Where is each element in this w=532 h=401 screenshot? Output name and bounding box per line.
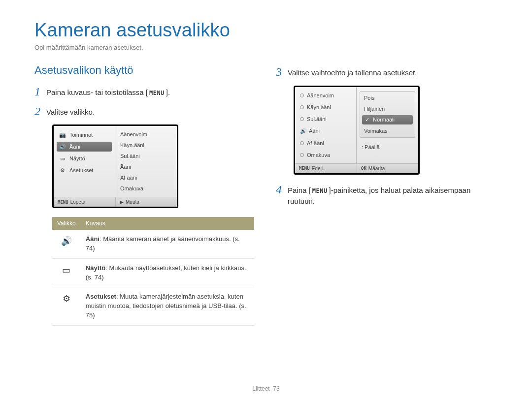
camera-screen-options: Äänenvoim Käyn.ääni Sul.ääni 🔊Ääni Af-ää… xyxy=(294,86,420,175)
step-1-text: Paina kuvaus- tai toistotilassa [MENU]. xyxy=(46,86,256,98)
display-icon: ▭ xyxy=(59,155,66,162)
option-item: Sul.ääni xyxy=(298,115,353,123)
menu-label: MENU xyxy=(148,88,166,98)
option-item: 🔊Ääni xyxy=(298,126,353,136)
footer-exit: MENU Lopeta xyxy=(54,197,115,207)
footer-set: OK Määritä xyxy=(357,164,418,173)
page-title: Kameran asetusvalikko xyxy=(34,20,498,41)
play-icon: ▶ xyxy=(120,199,124,205)
submenu-item: Af ääni xyxy=(118,173,174,182)
value-item: Hiljainen xyxy=(362,104,413,113)
menu-item-aani: 🔊 Ääni xyxy=(57,142,112,152)
page-footer: Liitteet 73 xyxy=(0,385,532,392)
step-2-text: Valitse valikko. xyxy=(46,105,256,118)
value-item: Pois xyxy=(362,93,413,102)
page-subtitle: Opi määrittämään kameran asetukset. xyxy=(34,44,498,51)
submenu-item: Sul.ääni xyxy=(118,152,174,160)
step-4-text: Paina [MENU]-painiketta, jos haluat pala… xyxy=(288,184,498,207)
submenu-item: Käyn.ääni xyxy=(118,141,174,150)
step-number-2: 2 xyxy=(34,105,40,117)
option-item: Äänenvoim xyxy=(298,91,353,100)
camera-icon: 📷 xyxy=(59,131,66,138)
menu-label: MENU xyxy=(311,186,329,196)
step-number-4: 4 xyxy=(276,184,282,195)
menu-item-toiminnot: 📷 Toiminnot xyxy=(57,130,112,140)
value-item: Voimakas xyxy=(362,126,413,135)
sound-icon: 🔊 xyxy=(300,128,306,134)
menu-item-asetukset: ⚙ Asetukset xyxy=(57,165,112,175)
footer-back: MENU Edell. xyxy=(295,164,357,173)
step-number-1: 1 xyxy=(34,86,40,97)
check-icon: ✓ xyxy=(364,117,370,123)
camera-screen-menu: 📷 Toiminnot 🔊 Ääni ▭ Näyttö ⚙ Asetukset xyxy=(52,124,178,208)
sound-icon: 🔊 xyxy=(59,143,66,150)
option-item: Af-ääni xyxy=(298,139,353,148)
section-title: Asetusvalikon käyttö xyxy=(34,64,256,77)
option-item: Omakuva xyxy=(298,151,353,159)
table-row: ▭ Näyttö: Mukauta näyttöasetukset, kuten… xyxy=(52,258,254,287)
submenu-item: Omakuva xyxy=(118,184,174,193)
value-item-selected: ✓Normaali xyxy=(362,115,413,124)
menu-item-naytto: ▭ Näyttö xyxy=(57,154,112,163)
submenu-item: Äänenvoim xyxy=(118,130,174,139)
sound-icon: 🔊 xyxy=(61,236,72,246)
display-icon: ▭ xyxy=(62,265,70,275)
submenu-item: Ääni xyxy=(118,162,174,171)
step-number-3: 3 xyxy=(276,66,282,78)
footer-change: ▶ Muuta xyxy=(115,197,177,207)
table-row: 🔊 Ääni: Määritä kameran äänet ja äänenvo… xyxy=(52,230,254,258)
gear-icon: ⚙ xyxy=(59,167,66,174)
option-value: : Päällä xyxy=(360,143,415,152)
table-head-menu: Valikko xyxy=(52,217,81,230)
table-row: ⚙ Asetukset: Muuta kamerajärjestelmän as… xyxy=(52,287,254,326)
table-head-desc: Kuvaus xyxy=(81,217,254,230)
gear-icon: ⚙ xyxy=(63,294,70,304)
menu-description-table: Valikko Kuvaus 🔊 Ääni: Määritä kameran ä… xyxy=(52,217,254,326)
option-item: Käyn.ääni xyxy=(298,103,353,112)
step-3-text: Valitse vaihtoehto ja tallenna asetukset… xyxy=(288,66,498,79)
